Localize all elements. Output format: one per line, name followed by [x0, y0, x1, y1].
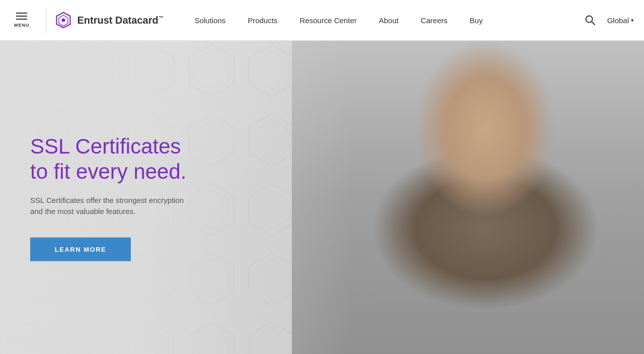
nav-divider — [46, 8, 46, 33]
nav-links: Solutions Products Resource Center About… — [184, 0, 581, 41]
search-button[interactable] — [581, 11, 599, 29]
logo[interactable]: Entrust Datacard™ — [54, 11, 164, 29]
learn-more-button[interactable]: LEARN MORE — [30, 237, 131, 261]
menu-bar — [16, 16, 27, 17]
global-selector[interactable]: Global ▾ — [607, 16, 634, 25]
menu-bar — [16, 13, 27, 14]
menu-label: MENU — [14, 23, 30, 28]
navbar: MENU Entrust Datacard™ Solutions Product… — [0, 0, 644, 41]
hero-headline: SSL Certificates to fit every need. — [30, 134, 187, 185]
global-label: Global — [607, 16, 629, 25]
nav-solutions[interactable]: Solutions — [184, 0, 237, 41]
nav-right: Global ▾ — [581, 11, 634, 29]
chevron-down-icon: ▾ — [631, 17, 634, 24]
hero-section: SSL Certificates to fit every need. SSL … — [0, 41, 644, 354]
menu-button[interactable]: MENU — [10, 9, 34, 32]
svg-line-4 — [592, 22, 595, 25]
search-icon — [585, 15, 596, 26]
hero-content: SSL Certificates to fit every need. SSL … — [30, 134, 187, 261]
nav-about[interactable]: About — [368, 0, 410, 41]
brand-name: Entrust Datacard™ — [77, 15, 164, 26]
svg-point-2 — [61, 18, 65, 22]
entrust-logo-icon — [54, 11, 72, 29]
hero-subtext: SSL Certificates offer the strongest enc… — [30, 194, 187, 217]
nav-products[interactable]: Products — [236, 0, 288, 41]
nav-buy[interactable]: Buy — [459, 0, 494, 41]
nav-resource-center[interactable]: Resource Center — [289, 0, 368, 41]
nav-careers[interactable]: Careers — [410, 0, 458, 41]
menu-bar — [16, 19, 27, 20]
